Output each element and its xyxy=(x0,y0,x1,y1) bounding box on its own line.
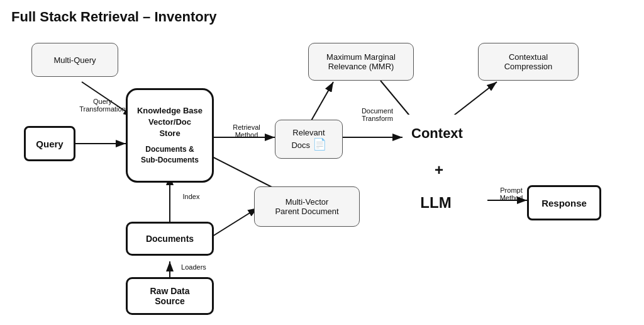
query-transformation-label: QueryTransformation xyxy=(78,98,127,113)
prompt-method-label: PromptMethod xyxy=(494,186,529,202)
retrieval-method-label: RetrievalMethod xyxy=(220,123,273,139)
document-transform-label: DocumentTransform xyxy=(352,107,402,122)
page-title: Full Stack Retrieval – Inventory xyxy=(11,9,216,25)
mmr-node: Maximum MarginalRelevance (MMR) xyxy=(308,43,414,81)
llm-node: LLM xyxy=(401,184,470,222)
raw-data-source-node: Raw DataSource xyxy=(126,277,214,315)
loaders-label: Loaders xyxy=(177,263,210,271)
query-node: Query xyxy=(24,126,75,161)
relevant-docs-node: RelevantDocs 📄 xyxy=(275,120,343,159)
response-node: Response xyxy=(527,185,601,220)
kb-store-node: Knowledge BaseVector/DocStore Documents … xyxy=(126,88,214,183)
contextual-compression-node: ContextualCompression xyxy=(478,43,579,81)
plus-sign: + xyxy=(426,159,452,181)
index-label: Index xyxy=(176,193,206,200)
documents-node: Documents xyxy=(126,222,214,256)
diagram-container: Full Stack Retrieval – Inventory xyxy=(0,0,644,325)
svg-line-9 xyxy=(208,208,258,239)
context-node: Context xyxy=(402,115,472,152)
multi-vector-node: Multi-VectorParent Document xyxy=(254,186,360,227)
multi-query-node: Multi-Query xyxy=(31,43,118,77)
